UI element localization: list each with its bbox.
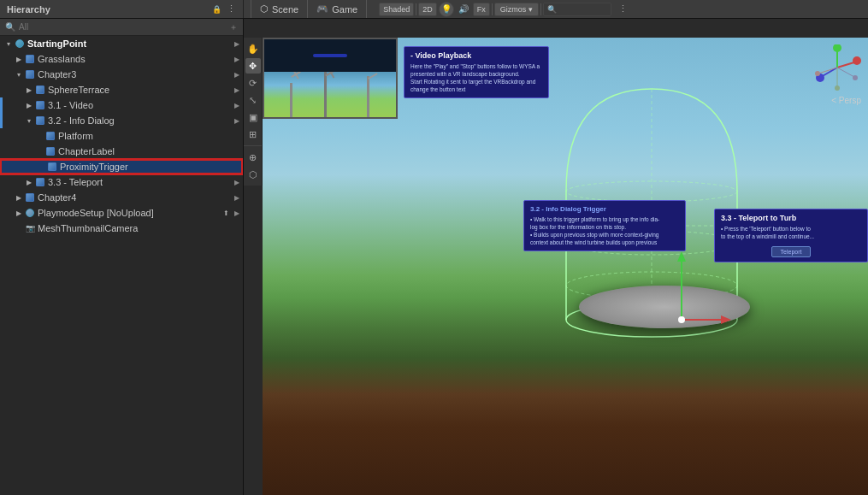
persp-gizmo-svg: [814, 44, 861, 91]
video-line-3: Start Rotating it sent to target the VRB…: [410, 78, 542, 85]
video-playback-title: - Video Playback: [410, 51, 542, 60]
arrow-chapter3[interactable]: ▾: [14, 69, 24, 80]
tb-line-1: • Press the 'Teleport' button below to: [721, 225, 861, 233]
tb-line-2: to the top of a windmill and continue...: [721, 233, 861, 240]
tree-item-starting-point[interactable]: ▾ StartingPoint ▶: [0, 36, 243, 51]
scale-tool[interactable]: ⤡: [245, 92, 261, 108]
teleport-box: 3.3 - Teleport to Turb • Press the 'Tele…: [714, 209, 868, 262]
right-arrow-grasslands: ▶: [234, 56, 239, 63]
tab-scene[interactable]: ⬡ Scene: [251, 0, 308, 18]
svg-point-9: [835, 85, 840, 91]
cube-icon-proximity-trigger: [46, 161, 58, 173]
video-line-4: change the button text: [410, 85, 542, 93]
blue-bar-3-1: [0, 97, 3, 113]
label-chapter4: Chapter4: [38, 192, 243, 203]
upload-icon: ⬆: [223, 209, 229, 217]
2d-btn[interactable]: 2D: [418, 3, 437, 16]
hand-tool[interactable]: ✋: [245, 41, 261, 56]
pivot-icon[interactable]: ⊕: [245, 150, 261, 165]
label-playmode-setup: PlaymodeSetup [NoUpload]: [38, 208, 223, 218]
move-tool[interactable]: ✥: [245, 58, 261, 74]
shaded-btn[interactable]: Shaded: [379, 3, 414, 16]
lock-icon[interactable]: 🔒: [212, 5, 221, 14]
tree-item-grasslands[interactable]: ▶ Grasslands ▶: [0, 51, 243, 67]
tab-game[interactable]: 🎮 Game: [308, 0, 367, 18]
tree-item-platform[interactable]: ▶ Platform: [0, 128, 243, 144]
cube-icon-chapter-label: [44, 145, 56, 157]
label-grasslands: Grasslands: [38, 54, 243, 64]
hierarchy-panel: 🔍 ＋ ▾ StartingPoint ▶ ▶ Grasslands ▶: [0, 19, 244, 495]
svg-point-1: [853, 56, 861, 65]
effects-btn[interactable]: Fx: [473, 3, 490, 16]
scene-toolbar-controls: Shaded 2D 💡 🔊 Fx Gizmos ▾ 🔍: [379, 2, 611, 17]
arrow-chapter4[interactable]: ▶: [14, 192, 24, 203]
tree-item-chapter-label[interactable]: ▶ ChapterLabel: [0, 144, 243, 159]
label-mesh-thumbnail: MeshThumbnailCamera: [38, 223, 243, 233]
separator-2: [492, 3, 493, 15]
tree-item-chapter4[interactable]: ▶ Chapter4 ▶: [0, 190, 243, 205]
gizmos-btn[interactable]: Gizmos ▾: [494, 3, 539, 16]
arrow-3-2[interactable]: ▾: [24, 115, 34, 126]
rotate-tool[interactable]: ⟳: [245, 75, 261, 91]
persp-label: < Persp: [831, 96, 861, 105]
scene-menu-icon[interactable]: ⋮: [618, 3, 628, 15]
search-scene[interactable]: 🔍: [543, 3, 611, 16]
scene-viewport[interactable]: ✋ ✥ ⟳ ⤡ ▣ ⊞ ⊕ ⬡: [244, 19, 868, 495]
transform-tool[interactable]: ⊞: [245, 127, 261, 142]
label-chapter-label: ChapterLabel: [58, 146, 243, 156]
camera-icon-mesh: 📷: [24, 222, 36, 234]
label-platform: Platform: [58, 131, 243, 141]
left-toolbar: ✋ ✥ ⟳ ⤡ ▣ ⊞ ⊕ ⬡: [244, 38, 263, 186]
arrow-3-3[interactable]: ▶: [24, 177, 34, 187]
persp-widget: [814, 44, 861, 91]
arrow-3-1[interactable]: ▶: [24, 100, 34, 110]
right-arrow-3-2: ▶: [234, 117, 239, 125]
tree-item-playmode-setup[interactable]: ▶ PlaymodeSetup [NoUpload] ⬆ ▶: [0, 205, 243, 221]
svg-point-7: [815, 71, 820, 76]
scene-icon: ⬡: [260, 3, 269, 15]
tree-item-3-2-info-dialog[interactable]: ▾ 3.2 - Info Dialog ▶: [0, 113, 243, 128]
scene-3d-content[interactable]: - Video Playback Here the "Play" and "St…: [263, 38, 868, 495]
custom-tool-1[interactable]: ⬡: [245, 167, 261, 182]
tree-item-chapter3[interactable]: ▾ Chapter3 ▶: [0, 67, 243, 82]
arrow-starting-point[interactable]: ▾: [3, 38, 14, 49]
rect-tool[interactable]: ▣: [245, 109, 261, 125]
audio-btn[interactable]: 🔊: [456, 2, 471, 17]
hierarchy-title: Hierarchy: [7, 4, 50, 15]
video-panel-dark: [264, 39, 396, 72]
windmill-image-area: [264, 72, 396, 117]
info-dialog-trigger-box: 3.2 - Info Dialog Trigger • Walk to this…: [523, 200, 686, 251]
tree-item-3-3-teleport[interactable]: ▶ 3.3 - Teleport ▶: [0, 174, 243, 190]
hierarchy-header-tab: Hierarchy 🔒 ⋮: [0, 0, 244, 18]
label-3-2: 3.2 - Info Dialog: [48, 115, 243, 126]
tree-item-sphere-terrace[interactable]: ▶ SphereTerrace ▶: [0, 82, 243, 97]
label-3-1: 3.1 - Video: [48, 100, 243, 110]
game-icon: 🎮: [316, 3, 328, 15]
arrow-sphere-terrace[interactable]: ▶: [24, 85, 34, 95]
arrow-playmode-setup[interactable]: ▶: [14, 208, 24, 218]
gameobj-icon-starting-point: [14, 38, 26, 50]
video-line-1: Here the "Play" and "Stop" buttons follo…: [410, 62, 542, 70]
add-icon[interactable]: ＋: [229, 21, 238, 33]
svg-point-3: [833, 44, 841, 52]
tree-item-3-1-video[interactable]: ▶ 3.1 - Video ▶: [0, 97, 243, 113]
arrow-grasslands[interactable]: ▶: [14, 54, 24, 64]
hierarchy-menu-icon[interactable]: ⋮: [227, 3, 236, 15]
label-chapter3: Chapter3: [38, 69, 243, 80]
video-playback-body: Here the "Play" and "Stop" buttons follo…: [410, 62, 542, 93]
video-line-2: presented with a VR landscape background…: [410, 70, 542, 78]
cube-icon-grasslands: [24, 53, 36, 65]
light-btn[interactable]: 💡: [439, 2, 454, 17]
x-axis-arrow: [721, 315, 731, 324]
tree-item-proximity-trigger[interactable]: ▶ ProximityTrigger: [0, 159, 243, 174]
svg-line-10: [837, 68, 854, 77]
search-input[interactable]: [19, 22, 229, 32]
teleport-button[interactable]: Teleport: [771, 246, 812, 257]
gameobj-icon-playmode: [24, 207, 36, 219]
right-arrow-3-3: ▶: [234, 179, 239, 186]
y-axis-arrow: [677, 251, 686, 262]
cube-icon-sphere-terrace: [34, 84, 46, 96]
tree-item-mesh-thumbnail[interactable]: ▶ 📷 MeshThumbnailCamera: [0, 221, 243, 236]
teleport-button-area: Teleport: [721, 245, 861, 257]
info-dialog-trigger-title: 3.2 - Info Dialog Trigger: [530, 205, 679, 213]
